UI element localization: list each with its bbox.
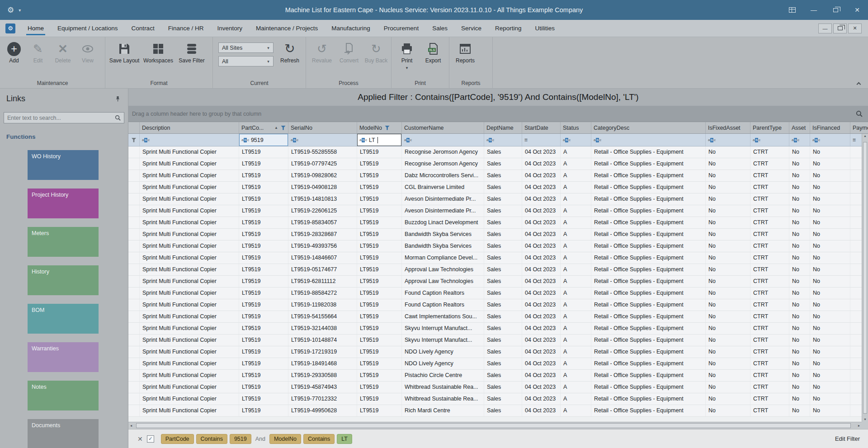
sidebar-item-history[interactable]: History — [28, 265, 99, 295]
tab-service[interactable]: Service — [454, 20, 488, 37]
sidebar-item-project-history[interactable]: Project History — [28, 189, 99, 218]
tab-maintenance-projects[interactable]: Maintenance / Projects — [249, 20, 325, 37]
column-header-status[interactable]: Status — [561, 122, 591, 133]
scroll-right-icon[interactable]: ▸ — [858, 424, 860, 428]
table-row[interactable]: Sprint Multi Functional CopierLT9519LT95… — [128, 205, 868, 217]
table-row[interactable]: Sprint Multi Functional CopierLT9519LT95… — [128, 241, 868, 252]
table-row[interactable]: Sprint Multi Functional CopierLT9519LT95… — [128, 311, 868, 323]
tab-home[interactable]: Home — [21, 20, 51, 37]
clear-filter-icon[interactable]: ✕ — [137, 435, 143, 443]
ribbon-collapse-button[interactable] — [856, 81, 861, 86]
column-header-customername[interactable]: CustomerName — [402, 122, 484, 133]
column-header-indicator[interactable] — [128, 122, 140, 133]
app-gear-icon[interactable]: ⚙ — [7, 5, 14, 15]
filter-cell-modelno[interactable]: abcLT — [357, 134, 402, 146]
vertical-scrollbar[interactable]: ▴ ▾ — [862, 134, 868, 422]
child-minimize-button[interactable]: — — [818, 24, 832, 33]
app-menu-button[interactable]: ⚙ — [5, 24, 15, 33]
filter-cell-description[interactable]: abc — [140, 134, 239, 146]
column-header-asset[interactable]: Asset — [789, 122, 810, 133]
sidebar-item-notes[interactable]: Notes — [28, 381, 99, 410]
save-filter-button[interactable]: Save Filter — [176, 39, 208, 80]
filter-cell-customername[interactable]: abc — [402, 134, 484, 146]
quick-access-caret-icon[interactable]: ▾ — [19, 8, 21, 13]
table-row[interactable]: Sprint Multi Functional CopierLT9519LT95… — [128, 158, 868, 170]
pin-icon[interactable] — [115, 96, 121, 102]
column-header-deptname[interactable]: DeptName — [484, 122, 522, 133]
filter-chip-modelno[interactable]: ModelNo — [269, 434, 301, 444]
child-close-button[interactable]: ✕ — [848, 24, 862, 33]
table-row[interactable]: Sprint Multi Functional CopierLT9519LT95… — [128, 170, 868, 182]
filter-cell-categorydesc[interactable]: abc — [591, 134, 706, 146]
filter-cell-deptname[interactable]: abc — [484, 134, 522, 146]
column-header-startdate[interactable]: StartDate — [522, 122, 561, 133]
reports-button[interactable]: Reports — [452, 39, 478, 80]
filter-cell-partco[interactable]: abc9519 — [239, 134, 288, 146]
scroll-down-icon[interactable]: ▾ — [864, 418, 866, 421]
child-restore-button[interactable] — [833, 24, 847, 33]
tab-inventory[interactable]: Inventory — [210, 20, 249, 37]
save-layout-button[interactable]: Save Layout — [108, 39, 141, 80]
sidebar-item-documents[interactable]: Documents — [28, 419, 99, 448]
column-header-parenttype[interactable]: ParentType — [750, 122, 789, 133]
filter-chip-contains[interactable]: Contains — [196, 434, 227, 444]
ribbon-display-options-button[interactable] — [781, 0, 803, 20]
table-row[interactable]: Sprint Multi Functional CopierLT9519LT95… — [128, 276, 868, 288]
sidebar-item-wo-history[interactable]: WO History — [28, 150, 99, 180]
sidebar-item-warranties[interactable]: Warranties — [28, 342, 99, 372]
filter-chip-lt[interactable]: LT — [337, 434, 352, 444]
filter-cell-parenttype[interactable]: abc — [750, 134, 789, 146]
table-row[interactable]: Sprint Multi Functional CopierLT9519LT95… — [128, 252, 868, 264]
add-button[interactable]: + Add — [3, 39, 25, 80]
tab-finance-hr[interactable]: Finance / HR — [161, 20, 211, 37]
tab-manufacturing[interactable]: Manufacturing — [325, 20, 377, 37]
edit-filter-button[interactable]: Edit Filter — [835, 435, 860, 442]
close-button[interactable]: ✕ — [846, 0, 868, 20]
filter-cell-startdate[interactable]: = — [522, 134, 561, 146]
column-header-description[interactable]: Description — [140, 122, 239, 133]
export-button[interactable]: XLS Export — [420, 39, 446, 80]
tab-utilities[interactable]: Utilities — [528, 20, 561, 37]
column-header-categorydesc[interactable]: CategoryDesc — [591, 122, 706, 133]
horizontal-scroll-thumb[interactable] — [136, 423, 851, 428]
filter-enabled-checkbox[interactable]: ✓ — [147, 435, 154, 443]
column-header-modelno[interactable]: ModelNo — [357, 122, 402, 133]
filter-chip-contains[interactable]: Contains — [303, 434, 335, 444]
maximize-button[interactable] — [825, 0, 846, 20]
vertical-scroll-thumb[interactable] — [863, 142, 867, 414]
table-row[interactable]: Sprint Multi Functional CopierLT9519LT95… — [128, 335, 868, 346]
filter-cell-indicator[interactable] — [128, 134, 140, 146]
table-row[interactable]: Sprint Multi Functional CopierLT9519LT95… — [128, 264, 868, 276]
table-row[interactable]: Sprint Multi Functional CopierLT9519LT95… — [128, 229, 868, 241]
filter-cell-serialno[interactable]: abc — [288, 134, 357, 146]
tab-reporting[interactable]: Reporting — [488, 20, 528, 37]
filter-chip-partcode[interactable]: PartCode — [161, 434, 194, 444]
tab-equipment-locations[interactable]: Equipment / Locations — [51, 20, 125, 37]
table-row[interactable]: Sprint Multi Functional CopierLT9519LT95… — [128, 146, 868, 158]
tab-procurement[interactable]: Procurement — [377, 20, 425, 37]
table-row[interactable]: Sprint Multi Functional CopierLT9519LT95… — [128, 358, 868, 370]
column-header-serialno[interactable]: SerialNo — [288, 122, 357, 133]
table-row[interactable]: Sprint Multi Functional CopierLT9519LT95… — [128, 182, 868, 193]
search-icon[interactable] — [115, 115, 121, 121]
column-header-isfinanced[interactable]: IsFinanced — [810, 122, 850, 133]
workspaces-button[interactable]: Workspaces — [142, 39, 175, 80]
tab-sales[interactable]: Sales — [425, 20, 454, 37]
minimize-button[interactable]: — — [803, 0, 825, 20]
tab-contract[interactable]: Contract — [125, 20, 161, 37]
table-row[interactable]: Sprint Multi Functional CopierLT9519LT95… — [128, 193, 868, 205]
table-row[interactable]: Sprint Multi Functional CopierLT9519LT95… — [128, 346, 868, 358]
table-row[interactable]: Sprint Multi Functional CopierLT9519LT95… — [128, 299, 868, 311]
filter-cell-status[interactable]: abc — [561, 134, 591, 146]
type-filter-dropdown[interactable]: All ▾ — [218, 56, 274, 66]
filter-chip-9519[interactable]: 9519 — [230, 434, 251, 444]
print-button[interactable]: Print ▾ — [394, 39, 420, 80]
table-row[interactable]: Sprint Multi Functional CopierLT9519LT95… — [128, 323, 868, 335]
table-row[interactable]: Sprint Multi Functional CopierLT9519LT95… — [128, 217, 868, 229]
grid-search-icon[interactable] — [856, 110, 863, 117]
scroll-up-icon[interactable]: ▴ — [864, 134, 866, 138]
site-filter-dropdown[interactable]: All Sites ▾ — [218, 42, 274, 53]
table-row[interactable]: Sprint Multi Functional CopierLT9519LT95… — [128, 288, 868, 299]
column-header-partco[interactable]: PartCo...▲ — [239, 122, 288, 133]
table-row[interactable]: Sprint Multi Functional CopierLT9519LT95… — [128, 405, 868, 417]
